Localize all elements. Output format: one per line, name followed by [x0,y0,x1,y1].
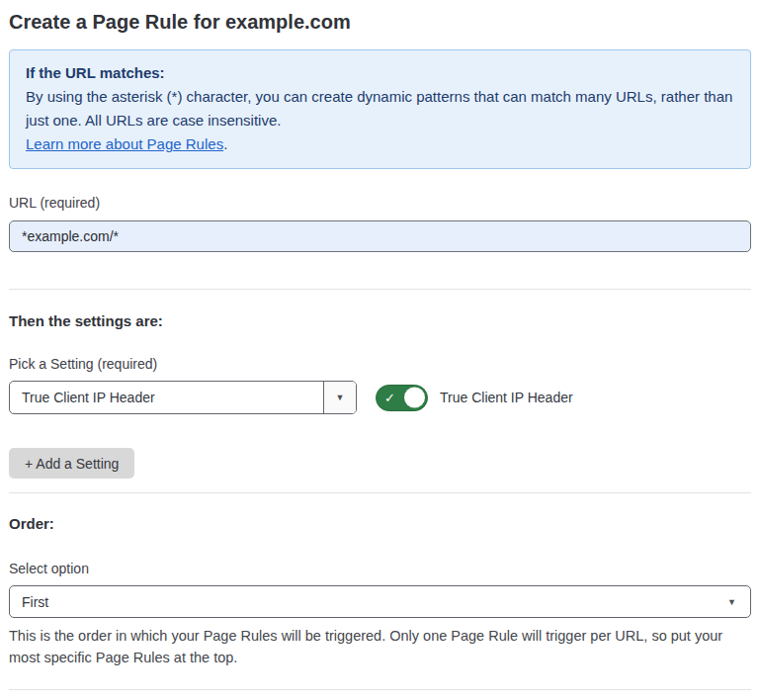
add-setting-button[interactable]: + Add a Setting [9,448,134,479]
setting-row: True Client IP Header ▼ ✓ True Client IP… [9,381,751,414]
toggle-label: True Client IP Header [440,390,573,405]
info-box-link-row: Learn more about Page Rules. [26,132,734,156]
page-rule-form: Create a Page Rule for example.com If th… [0,0,760,700]
url-input[interactable] [9,220,751,252]
order-select-value: First [22,594,48,610]
url-field-label: URL (required) [9,194,751,212]
chevron-down-icon[interactable]: ▼ [323,382,356,413]
divider [9,689,751,690]
order-section-heading: Order: [9,514,751,534]
settings-section-heading: Then the settings are: [9,311,751,331]
url-match-info-box: If the URL matches: By using the asteris… [9,49,751,169]
divider [9,289,751,290]
page-title: Create a Page Rule for example.com [9,8,751,36]
order-select[interactable]: First ▼ [9,585,751,618]
learn-more-link[interactable]: Learn more about Page Rules [26,135,223,152]
info-box-body: By using the asterisk (*) character, you… [26,85,734,132]
divider [9,492,751,493]
order-select-label: Select option [9,560,751,577]
setting-toggle-wrap: ✓ True Client IP Header [376,385,573,411]
toggle-knob [404,388,425,408]
pick-setting-select[interactable]: True Client IP Header ▼ [9,381,357,414]
link-suffix: . [223,135,227,152]
pick-setting-select-value: True Client IP Header [10,382,323,413]
check-icon: ✓ [384,392,395,404]
true-client-ip-toggle[interactable]: ✓ [376,385,428,411]
info-box-heading: If the URL matches: [26,61,734,85]
pick-setting-label: Pick a Setting (required) [9,355,751,373]
order-help-text: This is the order in which your Page Rul… [9,625,745,668]
chevron-down-icon: ▼ [727,597,736,607]
